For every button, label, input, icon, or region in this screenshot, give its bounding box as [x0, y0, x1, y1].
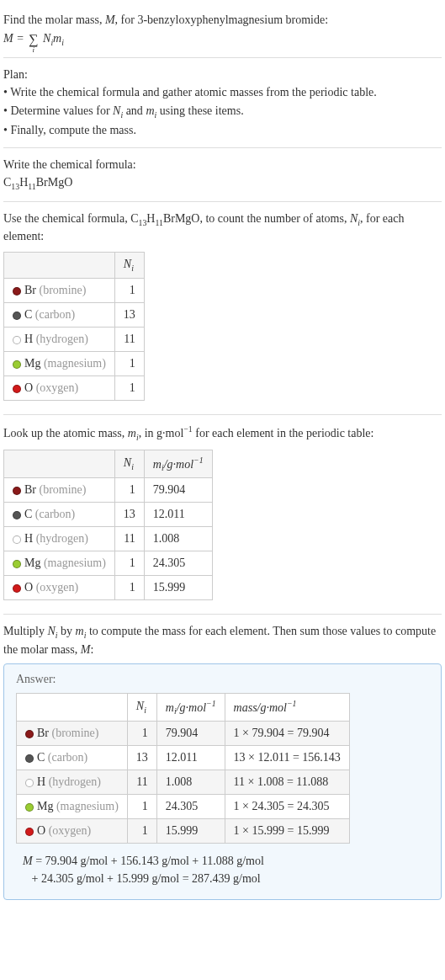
m-value: 12.011 — [144, 503, 212, 527]
element-cell: Br (bromine) — [4, 278, 115, 302]
element-cell: Mg (magnesium) — [4, 551, 115, 576]
m-value: 12.011 — [156, 746, 225, 770]
atomic-mass-text: Look up the atomic mass, mi, in g·mol−1 … — [3, 423, 442, 443]
element-dot-icon — [13, 511, 21, 519]
count-atoms-text: Use the chemical formula, C13H11BrMgO, t… — [3, 210, 442, 245]
n-value: 1 — [114, 351, 144, 375]
element-cell: O (oxygen) — [4, 375, 115, 400]
element-dot-icon — [13, 584, 21, 593]
m-value: 1.008 — [144, 527, 212, 551]
element-cell: Mg (magnesium) — [4, 351, 115, 375]
element-dot-icon — [13, 535, 21, 544]
n-value: 11 — [114, 527, 144, 551]
n-value: 13 — [127, 746, 156, 770]
n-value: 13 — [114, 503, 144, 527]
m-value: 1.008 — [156, 770, 225, 795]
plan-section: Plan: • Write the chemical formula and g… — [3, 58, 442, 148]
m-value: 15.999 — [144, 576, 212, 600]
plan-bullet-3: • Finally, compute the mass. — [3, 122, 442, 139]
table-row: H (hydrogen)11 — [4, 327, 145, 351]
table-row: Br (bromine)179.9041 × 79.904 = 79.904 — [17, 722, 350, 746]
table-header-row: Ni mi/g·mol−1 — [4, 450, 213, 478]
header-element — [4, 253, 115, 279]
mass-value: 13 × 12.011 = 156.143 — [225, 746, 349, 770]
n-value: 1 — [114, 278, 144, 302]
var-mi: mi — [53, 32, 64, 45]
element-cell: O (oxygen) — [4, 576, 115, 600]
header-mass: mass/g·mol−1 — [225, 693, 349, 721]
chemical-formula-header: Write the chemical formula: — [3, 157, 442, 173]
eq-sign: = — [13, 32, 27, 45]
n-value: 1 — [127, 819, 156, 844]
chemical-formula-section: Write the chemical formula: C13H11BrMgO — [3, 148, 442, 202]
table-row: Mg (magnesium)124.305 — [4, 551, 213, 576]
final-equation: M = 79.904 g/mol + 156.143 g/mol + 11.08… — [23, 852, 429, 887]
element-dot-icon — [25, 828, 34, 836]
table-row: H (hydrogen)111.00811 × 1.008 = 11.088 — [17, 770, 350, 795]
element-cell: H (hydrogen) — [4, 327, 115, 351]
table-row: C (carbon)13 — [4, 302, 145, 327]
table-row: O (oxygen)1 — [4, 375, 145, 400]
table-row: Br (bromine)1 — [4, 278, 145, 302]
element-cell: Br (bromine) — [4, 478, 115, 503]
mass-value: 11 × 1.008 = 11.088 — [225, 770, 349, 795]
n-value: 1 — [127, 722, 156, 746]
intro-section: Find the molar mass, M, for 3-benzyloxyp… — [3, 3, 442, 58]
plan-header: Plan: — [3, 67, 442, 83]
header-Ni: Ni — [127, 693, 156, 721]
header-mi: mi/g·mol−1 — [156, 693, 225, 721]
element-dot-icon — [13, 360, 21, 369]
element-dot-icon — [13, 487, 21, 495]
element-cell: C (carbon) — [17, 746, 128, 770]
count-atoms-table: Ni Br (bromine)1 C (carbon)13 H (hydroge… — [3, 252, 145, 401]
mass-value: 1 × 79.904 = 79.904 — [225, 722, 349, 746]
header-element — [17, 693, 128, 721]
n-value: 11 — [127, 770, 156, 795]
header-mi: mi/g·mol−1 — [144, 450, 212, 478]
element-cell: Br (bromine) — [17, 722, 128, 746]
chemical-formula-value: C13H11BrMgO — [3, 174, 442, 193]
m-value: 15.999 — [156, 819, 225, 844]
n-value: 11 — [114, 327, 144, 351]
table-row: O (oxygen)115.999 — [4, 576, 213, 600]
n-value: 1 — [114, 375, 144, 400]
answer-label: Answer: — [16, 673, 429, 686]
table-row: C (carbon)1312.011 — [4, 503, 213, 527]
header-Ni: Ni — [114, 450, 144, 478]
element-cell: O (oxygen) — [17, 819, 128, 844]
element-dot-icon — [25, 730, 34, 738]
answer-box: Answer: Ni mi/g·mol−1 mass/g·mol−1 Br (b… — [3, 663, 442, 900]
intro-text-a: Find the molar mass, — [3, 13, 105, 26]
element-dot-icon — [25, 779, 34, 787]
answer-table: Ni mi/g·mol−1 mass/g·mol−1 Br (bromine)1… — [16, 693, 350, 844]
n-value: 1 — [114, 551, 144, 576]
table-row: Mg (magnesium)124.3051 × 24.305 = 24.305 — [17, 795, 350, 819]
table-row: O (oxygen)115.9991 × 15.999 = 15.999 — [17, 819, 350, 844]
element-cell: H (hydrogen) — [4, 527, 115, 551]
plan-bullet-2: • Determine values for Ni and mi using t… — [3, 103, 442, 121]
element-dot-icon — [13, 312, 21, 320]
n-value: 1 — [114, 576, 144, 600]
mass-value: 1 × 15.999 = 15.999 — [225, 819, 349, 844]
element-dot-icon — [13, 287, 21, 296]
table-header-row: Ni — [4, 253, 145, 279]
header-Ni: Ni — [114, 253, 144, 279]
n-value: 1 — [127, 795, 156, 819]
element-dot-icon — [25, 803, 34, 812]
compute-text: Multiply Ni by mi to compute the mass fo… — [3, 623, 442, 658]
table-header-row: Ni mi/g·mol−1 mass/g·mol−1 — [17, 693, 350, 721]
n-value: 13 — [114, 302, 144, 327]
var-M: M — [3, 32, 13, 45]
element-cell: H (hydrogen) — [17, 770, 128, 795]
m-value: 79.904 — [144, 478, 212, 503]
atomic-mass-table: Ni mi/g·mol−1 Br (bromine)179.904 C (car… — [3, 450, 213, 600]
intro-text: Find the molar mass, M, for 3-benzyloxyp… — [3, 12, 442, 29]
table-row: H (hydrogen)111.008 — [4, 527, 213, 551]
element-dot-icon — [25, 754, 34, 763]
table-row: Mg (magnesium)1 — [4, 351, 145, 375]
table-row: Br (bromine)179.904 — [4, 478, 213, 503]
atomic-mass-section: Look up the atomic mass, mi, in g·mol−1 … — [3, 415, 442, 615]
n-value: 1 — [114, 478, 144, 503]
element-cell: C (carbon) — [4, 503, 115, 527]
sigma-icon: ∑i — [29, 32, 38, 47]
